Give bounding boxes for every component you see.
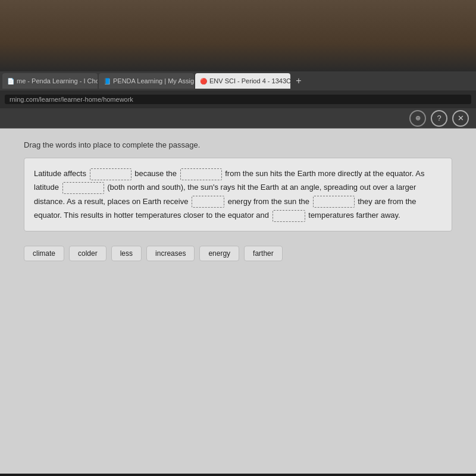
word-chip-farther[interactable]: farther: [244, 246, 283, 261]
browser-chrome: 📄 me - Penda Learning - I Choo ✕ 📘 PENDA…: [0, 71, 476, 129]
tab-2-label: PENDA Learning | My Assignme: [113, 77, 194, 84]
tab-3[interactable]: 🔴 ENV SCI - Period 4 - 1343C - KA ✕: [195, 73, 290, 89]
passage-text-7: temperatures farther away.: [308, 211, 400, 220]
word-chip-energy[interactable]: energy: [199, 246, 239, 261]
tab-bar: 📄 me - Penda Learning - I Choo ✕ 📘 PENDA…: [0, 71, 476, 90]
word-bank: climate colder less increases energy far…: [24, 241, 452, 266]
tab-3-label: ENV SCI - Period 4 - 1343C - KA: [209, 77, 290, 84]
tab-3-icon: 🔴: [200, 78, 207, 84]
tab-1[interactable]: 📄 me - Penda Learning - I Choo ✕: [2, 73, 98, 89]
blank-5[interactable]: [313, 196, 355, 208]
address-bar[interactable]: rning.com/learner/learner-home/homework: [5, 95, 471, 104]
passage-text-2: because the: [134, 169, 178, 178]
word-chip-less[interactable]: less: [111, 246, 142, 261]
help-icon[interactable]: ?: [431, 110, 447, 127]
passage-text-5: energy from the sun the: [228, 197, 312, 206]
zoom-icon[interactable]: ⊕: [409, 110, 426, 127]
passage-text-1: Latitude affects: [34, 169, 89, 178]
toolbar-row: ⊕ ? ✕: [0, 108, 476, 129]
word-chip-colder[interactable]: colder: [69, 246, 107, 261]
tab-1-label: me - Penda Learning - I Choo: [17, 77, 98, 84]
blank-1[interactable]: [90, 168, 131, 180]
address-bar-row: rning.com/learner/learner-home/homework: [0, 90, 476, 108]
desk-background: [0, 0, 476, 71]
blank-3[interactable]: [62, 182, 104, 194]
instruction-text: Drag the words into place to complete th…: [24, 140, 452, 149]
main-content: Drag the words into place to complete th…: [0, 129, 476, 474]
blank-6[interactable]: [273, 210, 305, 222]
tab-2[interactable]: 📘 PENDA Learning | My Assignme ✕: [99, 73, 194, 89]
tab-2-icon: 📘: [104, 78, 111, 84]
blank-2[interactable]: [180, 168, 222, 180]
new-tab-button[interactable]: +: [292, 74, 306, 88]
tab-1-icon: 📄: [7, 78, 14, 84]
close-icon[interactable]: ✕: [452, 110, 469, 127]
word-chip-climate[interactable]: climate: [24, 246, 64, 261]
blank-4[interactable]: [192, 196, 224, 208]
word-chip-increases[interactable]: increases: [146, 246, 195, 261]
passage-box: Latitude affects because the from the su…: [24, 158, 452, 231]
